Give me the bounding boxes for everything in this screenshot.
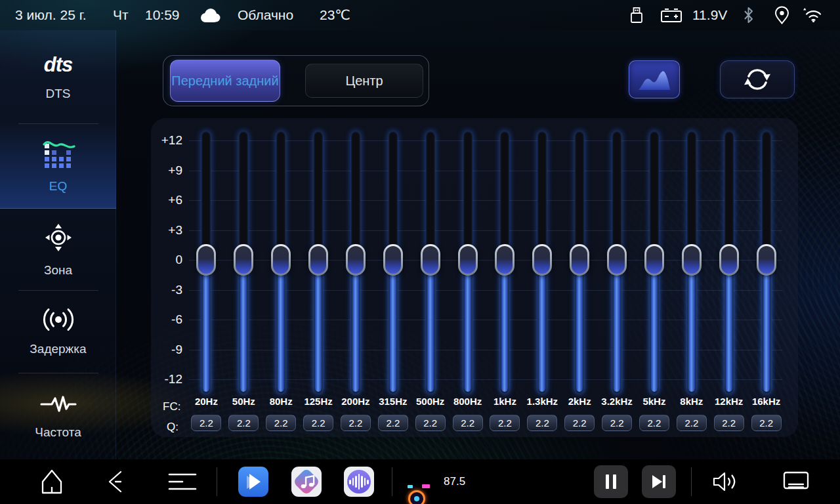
eq-slider-fill — [278, 260, 284, 392]
eq-panel: +12+9+6+30-3-6-9-12 FC: Q: 20Hz50Hz80Hz1… — [151, 118, 798, 437]
eq-slider-fill — [240, 260, 247, 392]
eq-slider-handle[interactable] — [644, 244, 664, 276]
eq-slider-handle[interactable] — [271, 244, 291, 276]
eq-band-frequency: 125Hz — [300, 392, 337, 410]
eq-slider-handle[interactable] — [719, 244, 739, 276]
eq-slider-handle[interactable] — [458, 244, 478, 276]
eq-band-q-cell: 2.2 — [449, 413, 486, 432]
eq-slider-track[interactable] — [650, 131, 659, 394]
eq-slider-track[interactable] — [239, 131, 248, 394]
eq-scale-label: +12 — [151, 133, 182, 148]
eq-slider-handle[interactable] — [234, 244, 253, 276]
eq-slider-handle[interactable] — [421, 244, 440, 276]
eq-band-q-button[interactable]: 2.2 — [564, 415, 595, 431]
sidebar-item-frequency[interactable]: Частота — [0, 373, 116, 459]
eq-band-q-button[interactable]: 2.2 — [191, 415, 221, 431]
eq-band-q-cell: 2.2 — [337, 413, 375, 432]
back-icon[interactable] — [105, 469, 125, 494]
eq-slider-handle[interactable] — [682, 244, 702, 276]
tab-center[interactable]: Центр — [305, 64, 423, 98]
pause-button[interactable] — [594, 465, 628, 498]
eq-slider-fill — [501, 260, 508, 392]
next-track-button[interactable] — [642, 465, 676, 498]
eq-band-q-button[interactable]: 2.2 — [639, 415, 669, 431]
menu-icon[interactable] — [168, 472, 197, 492]
eq-slider-handle[interactable] — [346, 244, 366, 276]
eq-slider-handle[interactable] — [383, 244, 403, 276]
sidebar-item-eq[interactable]: EQ — [0, 123, 116, 209]
sidebar-item-label: EQ — [49, 179, 67, 194]
eq-band-q-button[interactable]: 2.2 — [714, 415, 744, 431]
eq-curve-button[interactable] — [629, 60, 680, 98]
eq-slider-track[interactable] — [463, 131, 472, 394]
eq-band-frequency: 20Hz — [188, 392, 225, 410]
eq-band — [225, 118, 262, 394]
display-icon[interactable] — [782, 471, 810, 493]
dts-logo: dts — [44, 53, 73, 77]
eq-slider-handle[interactable] — [532, 244, 552, 276]
eq-slider-handle-face — [236, 246, 251, 274]
eq-band-q-button[interactable]: 2.2 — [303, 415, 333, 431]
status-weather: Облачно — [238, 7, 293, 23]
eq-slider-handle-face — [385, 246, 401, 274]
equalizer-icon — [41, 138, 75, 169]
sidebar-item-zone[interactable]: Зона — [0, 209, 116, 290]
eq-band-q-button[interactable]: 2.2 — [341, 415, 371, 431]
eq-slider-track[interactable] — [426, 131, 435, 394]
music-app-icon[interactable] — [291, 467, 322, 497]
eq-slider-track[interactable] — [201, 131, 211, 394]
eq-slider-handle[interactable] — [196, 244, 216, 276]
status-temperature: 23℃ — [320, 7, 350, 23]
eq-band-q-cell: 2.2 — [225, 413, 262, 432]
eq-slider-handle[interactable] — [757, 244, 776, 276]
eq-band — [300, 118, 337, 394]
reset-button[interactable] — [720, 60, 795, 98]
eq-slider-track[interactable] — [575, 131, 584, 394]
eq-band — [524, 118, 561, 394]
eq-slider-track[interactable] — [537, 131, 547, 394]
eq-band-q-button[interactable]: 2.2 — [490, 415, 520, 431]
eq-band-q-button[interactable]: 2.2 — [378, 415, 408, 431]
eq-slider-handle[interactable] — [570, 244, 589, 276]
eq-band-q-button[interactable]: 2.2 — [453, 415, 483, 431]
eq-band-q-button[interactable]: 2.2 — [677, 415, 707, 431]
eq-band-frequency: 200Hz — [337, 392, 375, 410]
eq-band-q-button[interactable]: 2.2 — [602, 415, 632, 431]
eq-slider-track[interactable] — [351, 131, 360, 394]
eq-slider-track[interactable] — [314, 131, 323, 394]
eq-band-q-button[interactable]: 2.2 — [266, 415, 296, 431]
eq-scale-label: +6 — [151, 193, 182, 207]
eq-slider-handle[interactable] — [495, 244, 514, 276]
zone-icon — [43, 222, 74, 253]
eq-band — [374, 118, 411, 394]
eq-band-frequency: 500Hz — [411, 392, 449, 410]
sidebar-item-dts[interactable]: dts DTS — [0, 30, 116, 123]
eq-band-q-button[interactable]: 2.2 — [527, 415, 557, 431]
eq-band-frequency: 1.3kHz — [524, 392, 561, 410]
eq-slider-track[interactable] — [388, 131, 398, 394]
sidebar-item-delay[interactable]: Задержка — [0, 290, 116, 373]
usb-icon — [628, 6, 645, 24]
eq-slider-handle[interactable] — [607, 244, 627, 276]
eq-band-q-button[interactable]: 2.2 — [751, 415, 782, 431]
q-axis-label: Q: — [167, 421, 178, 434]
voice-app-icon[interactable] — [344, 467, 374, 497]
eq-band-frequency: 8kHz — [673, 392, 710, 410]
eq-band-frequency: 2kHz — [561, 392, 598, 410]
eq-band-q-button[interactable]: 2.2 — [415, 415, 446, 431]
volume-icon[interactable] — [711, 470, 739, 494]
eq-curve-icon — [637, 68, 671, 91]
eq-slider-track[interactable] — [762, 131, 771, 394]
eq-slider-track[interactable] — [500, 131, 509, 394]
eq-slider-track[interactable] — [276, 131, 285, 394]
eq-slider-track[interactable] — [612, 131, 621, 394]
eq-slider-track[interactable] — [687, 131, 696, 394]
eq-band-q-cell: 2.2 — [747, 413, 785, 432]
eq-slider-handle-face — [423, 246, 438, 274]
home-icon[interactable] — [39, 469, 65, 495]
eq-slider-track[interactable] — [724, 131, 734, 394]
media-player-app-icon[interactable] — [238, 467, 268, 497]
eq-slider-handle[interactable] — [308, 244, 328, 276]
eq-band-q-button[interactable]: 2.2 — [228, 415, 259, 431]
tab-front-rear[interactable]: Передний задний — [170, 60, 280, 102]
